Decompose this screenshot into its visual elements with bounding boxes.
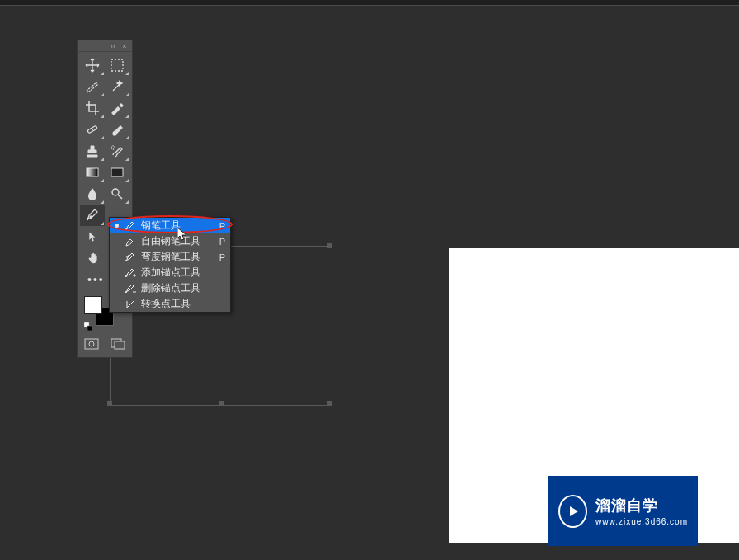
- selected-marker: [115, 224, 120, 228]
- watermark-text: 溜溜自学 www.zixue.3d66.com: [595, 496, 688, 526]
- flyout-label: 钢笔工具: [141, 219, 219, 233]
- svg-rect-12: [115, 341, 125, 349]
- convert-point-icon: [123, 298, 138, 311]
- svg-point-6: [90, 216, 92, 218]
- flyout-item-delete-anchor[interactable]: 删除锚点工具: [110, 280, 230, 296]
- foreground-swatch[interactable]: [84, 296, 102, 314]
- freeform-pen-icon: [123, 235, 138, 248]
- pen-tool[interactable]: [80, 205, 105, 226]
- gradient-tool[interactable]: [80, 162, 105, 183]
- pen-icon: [123, 219, 138, 233]
- default-colors-icon[interactable]: [84, 319, 92, 327]
- brush-tool[interactable]: [105, 119, 129, 140]
- watermark-logo-icon: [558, 495, 587, 528]
- screen-mode-row: [78, 332, 132, 357]
- move-tool[interactable]: [80, 54, 105, 76]
- eyedropper-tool[interactable]: [105, 97, 129, 119]
- flyout-label: 自由钢笔工具: [141, 234, 219, 248]
- flyout-label: 转换点工具: [141, 297, 225, 311]
- flyout-item-convert-point[interactable]: 转换点工具: [110, 296, 230, 312]
- eraser-tool[interactable]: [105, 162, 129, 183]
- flyout-label: 弯度钢笔工具: [141, 250, 219, 264]
- history-brush-tool[interactable]: [105, 140, 129, 162]
- lasso-tool[interactable]: [80, 76, 105, 97]
- watermark-sub: www.zixue.3d66.com: [595, 517, 688, 526]
- stamp-tool[interactable]: [80, 140, 105, 162]
- healing-tool[interactable]: [80, 119, 105, 140]
- svg-point-10: [89, 341, 94, 346]
- flyout-shortcut: P: [219, 252, 225, 262]
- panel-header: ‹‹ ×: [78, 40, 132, 52]
- add-anchor-icon: [123, 266, 138, 280]
- svg-rect-4: [111, 168, 123, 176]
- flyout-shortcut: P: [219, 237, 225, 247]
- delete-anchor-icon: [123, 282, 138, 295]
- watermark-main: 溜溜自学: [595, 496, 688, 515]
- close-icon[interactable]: ×: [120, 42, 129, 50]
- screen-mode-icon[interactable]: [107, 336, 129, 352]
- marker: [115, 286, 120, 291]
- flyout-label: 添加锚点工具: [141, 266, 225, 280]
- flyout-item-freeform-pen[interactable]: 自由钢笔工具 P: [110, 233, 230, 249]
- marker: [115, 271, 120, 275]
- handle[interactable]: [327, 401, 332, 406]
- blur-tool[interactable]: [80, 183, 105, 205]
- svg-point-2: [111, 146, 115, 149]
- magic-wand-tool[interactable]: [105, 76, 129, 97]
- collapse-icon[interactable]: ‹‹: [109, 42, 117, 50]
- handle[interactable]: [107, 401, 112, 406]
- svg-rect-3: [87, 168, 98, 176]
- marquee-tool[interactable]: [105, 54, 129, 76]
- flyout-shortcut: P: [219, 221, 225, 231]
- watermark: 溜溜自学 www.zixue.3d66.com: [548, 476, 698, 546]
- svg-rect-0: [111, 59, 123, 71]
- flyout-item-pen[interactable]: 钢笔工具 P: [110, 218, 230, 233]
- window-topbar: [0, 0, 739, 6]
- flyout-label: 删除锚点工具: [141, 281, 225, 295]
- flyout-item-add-anchor[interactable]: 添加锚点工具: [110, 265, 230, 280]
- curvature-pen-icon: [123, 251, 138, 264]
- quick-mask-icon[interactable]: [81, 336, 102, 352]
- marker: [115, 255, 120, 260]
- handle[interactable]: [327, 243, 332, 248]
- flyout-item-curvature-pen[interactable]: 弯度钢笔工具 P: [110, 249, 230, 265]
- svg-rect-9: [85, 339, 98, 349]
- crop-tool[interactable]: [80, 97, 105, 119]
- pen-tool-flyout: 钢笔工具 P 自由钢笔工具 P 弯度钢笔工具 P 添加锚点工具 删除锚点工具 转…: [109, 217, 231, 313]
- marker: [115, 239, 120, 244]
- handle[interactable]: [219, 401, 224, 406]
- dodge-tool[interactable]: [105, 183, 129, 205]
- svg-rect-8: [87, 326, 92, 331]
- marker: [115, 302, 120, 307]
- svg-point-5: [112, 189, 119, 195]
